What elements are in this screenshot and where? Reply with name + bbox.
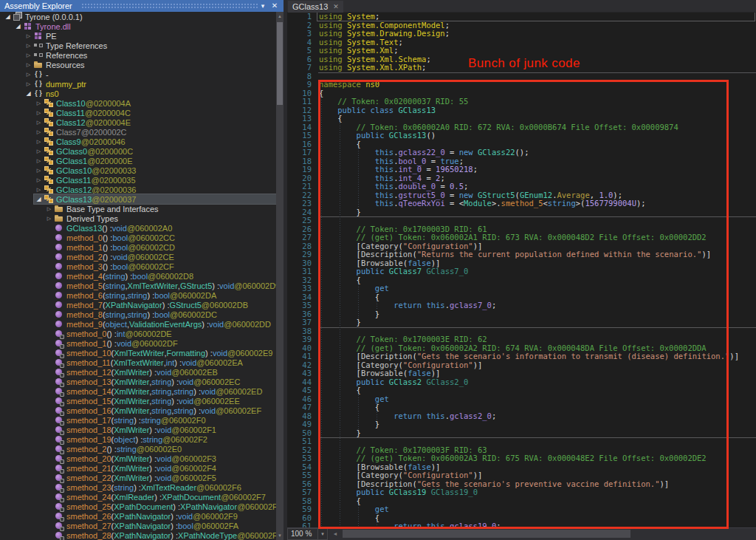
line-number: 5	[287, 47, 312, 55]
tree-vertical-scrollbar[interactable]: ▲ ▼	[276, 12, 284, 540]
tree-item[interactable]: smethod_24(XmlReader) : XPathDocument @0…	[44, 492, 276, 502]
tree-item[interactable]: ▷Class12 @0200004E	[34, 117, 276, 127]
tree-item[interactable]: method_7(XPathNavigator) : GStruct5 @060…	[44, 300, 276, 310]
tree-item[interactable]: smethod_20(XmlWriter) : void @060002F3	[44, 454, 276, 463]
tree-item[interactable]: smethod_23(string) : XmlTextReader @0600…	[44, 482, 276, 492]
expand-arrow-icon[interactable]: ▷	[24, 60, 33, 69]
assembly-explorer-titlebar[interactable]: Assembly Explorer ▾ ✕	[0, 0, 284, 12]
expand-arrow-icon[interactable]: ▷	[24, 41, 33, 50]
tree-item[interactable]: smethod_25(XPathDocument) : XPathNavigat…	[44, 502, 276, 511]
expand-arrow-icon[interactable]: ▷	[34, 165, 44, 175]
expand-arrow-icon[interactable]: ▷	[34, 185, 44, 194]
expand-arrow-icon[interactable]: ▷	[44, 213, 54, 223]
tree-item[interactable]: ◢GClass13 @02000037	[34, 194, 276, 204]
tree-item[interactable]: smethod_1() : void @060002DF	[44, 338, 276, 348]
tree-item[interactable]: smethod_16(XmlWriter, string, string) : …	[44, 406, 276, 415]
tree-item[interactable]: ▷Base Type and Interfaces	[44, 204, 276, 213]
tree-item[interactable]: method_1() : bool @060002CD	[44, 242, 276, 252]
tree-item[interactable]: ▷GClass11 @02000035	[34, 175, 276, 185]
method-icon	[54, 233, 64, 242]
horizontal-scrollbar-thumb[interactable]	[343, 530, 630, 538]
zoom-level-select[interactable]: 100 %	[287, 528, 318, 540]
folder-icon	[54, 204, 64, 213]
expand-arrow-icon[interactable]: ▷	[24, 50, 33, 60]
method-icon	[54, 290, 64, 300]
tree-item[interactable]: smethod_15(XmlWriter, string) : void @06…	[44, 396, 276, 406]
tree-item[interactable]: ▷GClass1 @0200000E	[34, 156, 276, 165]
tree-item[interactable]: method_2() : void @060002CE	[44, 252, 276, 262]
tree-item[interactable]: ◢{ }ns0	[24, 89, 276, 98]
horizontal-scrollbar[interactable]: ◄	[329, 528, 756, 540]
collapse-arrow-icon[interactable]: ◢	[34, 194, 44, 204]
tree-item[interactable]: smethod_21(XmlWriter) : void @060002F4	[44, 463, 276, 473]
tree-item[interactable]: smethod_17(string) : string @060002F0	[44, 415, 276, 425]
expand-arrow-icon[interactable]: ▷	[34, 117, 44, 127]
tree-item[interactable]: ▷Class10 @0200004A	[34, 98, 276, 108]
tree-item[interactable]: ▷GClass12 @02000036	[34, 185, 276, 194]
tree-item[interactable]: ▷{ }dummy_ptr	[24, 79, 276, 89]
tree-item[interactable]: method_5(string, XmlTextWriter, GStruct5…	[44, 281, 276, 290]
expand-arrow-icon[interactable]: ▷	[34, 156, 44, 165]
tree-item[interactable]: method_3() : bool @060002CF	[44, 262, 276, 271]
zoom-dropdown-icon[interactable]: ▾	[318, 528, 328, 540]
tree-item[interactable]: ◢Tyrone.dll	[13, 21, 276, 31]
tree-item[interactable]: ▷{ }-	[24, 69, 276, 79]
tree-item[interactable]: ▷Derived Types	[44, 213, 276, 223]
tree-item[interactable]: smethod_10(XmlTextWriter, Formatting) : …	[44, 348, 276, 358]
tree-item[interactable]: smethod_0() : int @060002DE	[44, 329, 276, 338]
line-number: 3	[287, 30, 312, 38]
scroll-down-icon[interactable]: ▼	[276, 531, 284, 540]
scroll-left-icon[interactable]: ◄	[331, 528, 340, 540]
tree-item[interactable]: smethod_19(object) : string @060002F2	[44, 434, 276, 444]
expand-arrow-icon[interactable]: ▷	[34, 127, 44, 137]
tree-item[interactable]: smethod_26(XPathNavigator) : void @06000…	[44, 511, 276, 521]
tree-item[interactable]: smethod_11(XmlTextWriter, int) : void @0…	[44, 358, 276, 367]
tree-item[interactable]: smethod_27(XPathNavigator) : bool @06000…	[44, 521, 276, 530]
expand-arrow-icon[interactable]: ▷	[24, 79, 33, 89]
expand-arrow-icon[interactable]: ▷	[34, 146, 44, 156]
line-number: 57	[287, 488, 312, 497]
collapse-arrow-icon[interactable]: ◢	[24, 89, 33, 98]
tree-item[interactable]: method_9(object, ValidationEventArgs) : …	[44, 319, 276, 329]
tree-item[interactable]: ▷GClass0 @0200000C	[34, 146, 276, 156]
tree-item[interactable]: smethod_2() : string @060002E0	[44, 444, 276, 454]
expand-arrow-icon[interactable]: ▷	[34, 175, 44, 185]
collapse-arrow-icon[interactable]: ◢	[13, 21, 23, 31]
assembly-tree[interactable]: ◢Tyrone (0.0.0.1)◢Tyrone.dll▷PE▷Type Ref…	[0, 12, 276, 540]
method-icon	[54, 281, 64, 290]
tree-item[interactable]: ◢Tyrone (0.0.0.1)	[3, 12, 276, 21]
tree-item[interactable]: smethod_18(XmlWriter) : void @060002F1	[44, 425, 276, 434]
tree-item[interactable]: ▷PE	[24, 31, 276, 41]
tree-item[interactable]: method_0() : bool @060002CC	[44, 233, 276, 242]
tree-item[interactable]: smethod_22(XmlWriter) : void @060002F5	[44, 473, 276, 482]
expand-arrow-icon[interactable]: ▷	[24, 69, 33, 79]
expand-arrow-icon[interactable]: ▷	[34, 98, 44, 108]
scroll-up-icon[interactable]: ▲	[276, 12, 284, 21]
expand-arrow-icon[interactable]: ▷	[34, 137, 44, 146]
tree-item[interactable]: method_8(string, string) : bool @060002D…	[44, 310, 276, 319]
collapse-arrow-icon[interactable]: ◢	[3, 12, 13, 21]
tree-item[interactable]: ▷Class9 @02000046	[34, 137, 276, 146]
close-icon[interactable]: ✕	[269, 0, 281, 12]
tree-item[interactable]: method_6(string, string) : bool @060002D…	[44, 290, 276, 300]
expand-arrow-icon[interactable]: ▷	[44, 204, 54, 213]
tree-item[interactable]: ▷Class11 @0200004C	[34, 108, 276, 117]
tree-item[interactable]: ▷GClass10 @02000033	[34, 165, 276, 175]
tree-item[interactable]: ▷References	[24, 50, 276, 60]
tree-item[interactable]: smethod_14(XmlWriter, string, string) : …	[44, 386, 276, 396]
tab-close-icon[interactable]: ✕	[333, 1, 339, 13]
expand-arrow-icon[interactable]: ▷	[24, 31, 33, 41]
tree-item[interactable]: smethod_28(XPathNavigator) : XPathNodeTy…	[44, 530, 276, 540]
tree-item[interactable]: smethod_13(XmlWriter, string) : void @06…	[44, 377, 276, 386]
tree-item[interactable]: method_4(string) : bool @060002D8	[44, 271, 276, 281]
tree-item[interactable]: GClass13() : void @060002A0	[44, 223, 276, 233]
tree-item[interactable]: ▷Class7 @0200002C	[34, 127, 276, 137]
tab-gclass13[interactable]: GClass13 ✕	[288, 1, 343, 13]
expand-arrow-icon[interactable]: ▷	[34, 108, 44, 117]
tree-item[interactable]: ▷Resources	[24, 60, 276, 69]
tree-item[interactable]: smethod_12(XmlWriter) : void @060002EB	[44, 367, 276, 377]
tree-item[interactable]: ▷Type References	[24, 41, 276, 50]
class-icon	[44, 137, 54, 146]
chevron-down-icon[interactable]: ▾	[257, 0, 269, 12]
tree-scrollbar-thumb[interactable]	[277, 22, 283, 105]
